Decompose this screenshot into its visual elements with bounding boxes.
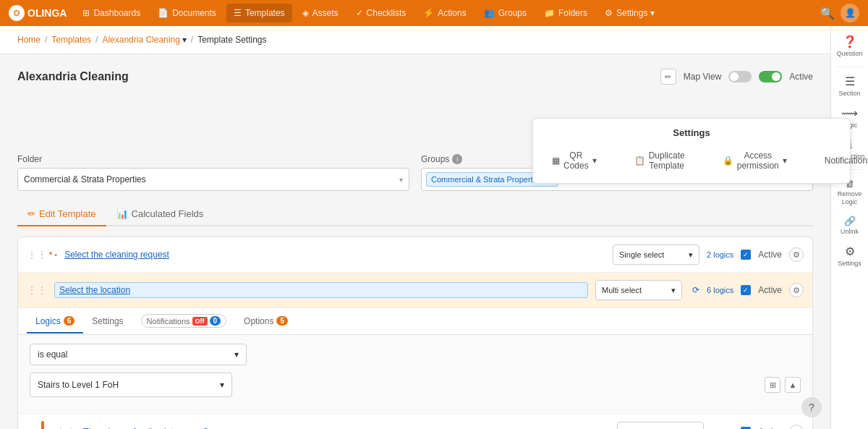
- template-controls: ✏ Map View Active: [660, 69, 813, 85]
- search-icon[interactable]: 🔍: [820, 7, 835, 20]
- expanded-question-header-2: ⋮⋮ Select the location Multi select ▾ ⟳ …: [18, 273, 812, 308]
- groups-info-icon[interactable]: i: [452, 154, 462, 164]
- user-avatar[interactable]: 👤: [841, 4, 859, 22]
- question-text-1[interactable]: Select the cleaning request: [64, 250, 605, 260]
- question-text-2[interactable]: Select the location: [54, 282, 588, 298]
- copy-logic-btn[interactable]: ⊞: [765, 377, 780, 393]
- tab-calculated-fields[interactable]: 📊 Calculated Fields: [106, 203, 214, 226]
- condition-dropdown-arrow: ▾: [234, 349, 239, 360]
- breadcrumb-current: Template Settings: [197, 35, 266, 45]
- logic-condition-dropdown[interactable]: is equal ▾: [30, 344, 247, 365]
- breadcrumb-templates[interactable]: Templates: [51, 35, 91, 45]
- app-logo[interactable]: O OLINGA: [9, 5, 67, 21]
- inner-tab-settings[interactable]: Settings: [83, 310, 132, 334]
- nav-settings[interactable]: ⚙ Settings ▾: [597, 4, 662, 22]
- folder-select[interactable]: Commercial & Strata Properties ▾: [17, 168, 409, 191]
- breadcrumb-home[interactable]: Home: [17, 35, 41, 45]
- nav-templates[interactable]: ☰ Templates: [226, 4, 292, 22]
- template-title: Alexandria Cleaning: [17, 70, 129, 83]
- duplicate-icon: 📋: [634, 156, 645, 166]
- duplicate-template-button[interactable]: 📋 Duplicate Template: [627, 147, 692, 174]
- logic-value-row: Stairs to Level 1 FoH ▾ ⊞ ▲: [30, 373, 801, 397]
- sidebar-btn-section[interactable]: ☰ Section: [834, 72, 866, 102]
- collapse-logic-btn[interactable]: ▲: [785, 377, 801, 393]
- nav-documents[interactable]: 📄 Documents: [150, 4, 224, 22]
- type-dropdown-arrow-2: ▾: [671, 286, 676, 295]
- map-view-toggle[interactable]: [728, 71, 752, 82]
- documents-icon: 📄: [158, 8, 169, 18]
- question-row-2-expanded: ⋮⋮ Select the location Multi select ▾ ⟳ …: [18, 273, 812, 429]
- nav-groups[interactable]: 👥 Groups: [477, 4, 534, 22]
- qr-codes-button[interactable]: ▦ QR Codes ▾: [545, 147, 604, 174]
- nav-assets[interactable]: ◈ Assets: [295, 4, 346, 22]
- section-sidebar-icon: ☰: [845, 76, 855, 88]
- logic-action-icons: ⊞ ▲: [765, 377, 801, 393]
- folder-field-group: Folder Commercial & Strata Properties ▾: [17, 154, 409, 191]
- tab-edit-template[interactable]: ✏ Edit Template: [17, 203, 106, 226]
- breadcrumb-dropdown-arrow: ▾: [182, 35, 187, 45]
- right-sidebar: ❓ Question ☰ Section ⟿ Logic ℹ Instructi…: [830, 26, 868, 429]
- access-permission-button[interactable]: 🔒 Access permission ▾: [715, 147, 794, 174]
- questions-content-area: ⋮⋮ * • Select the cleaning request Singl…: [17, 237, 813, 429]
- sidebar-btn-unlink[interactable]: 🔗 Unlink: [834, 212, 866, 240]
- nav-folders[interactable]: 📁 Folders: [537, 4, 595, 22]
- breadcrumb: Home / Templates / Alexandria Cleaning ▾…: [0, 26, 868, 54]
- inner-tab-options[interactable]: Options 5: [235, 310, 297, 334]
- notifications-button[interactable]: Notifications Off 0: [817, 152, 868, 169]
- sub-question-row-1: ⋮⋮ There is any feedback to report? Yes …: [18, 413, 812, 429]
- type-dropdown-arrow-1: ▾: [689, 250, 693, 260]
- logic-value-dropdown[interactable]: Stairs to Level 1 FoH ▾: [30, 373, 232, 397]
- nav-dashboards[interactable]: ⊞ Dashboards: [75, 4, 148, 22]
- dashboards-icon: ⊞: [82, 8, 90, 18]
- folder-label: Folder: [17, 154, 409, 164]
- drag-handle-1[interactable]: ⋮⋮: [27, 249, 47, 260]
- template-header: Alexandria Cleaning ✏ Map View Active: [17, 69, 813, 85]
- assets-icon: ◈: [302, 8, 309, 18]
- active-checkbox-2[interactable]: ✓: [741, 285, 751, 295]
- left-border-indicator-1: [41, 421, 44, 429]
- drag-handle-2[interactable]: ⋮⋮: [27, 284, 47, 296]
- question-row-1: ⋮⋮ * • Select the cleaning request Singl…: [18, 237, 812, 273]
- breadcrumb-alexandria[interactable]: Alexandria Cleaning ▾: [102, 35, 186, 45]
- nav-actions[interactable]: ⚡ Actions: [416, 4, 473, 22]
- main-container: Alexandria Cleaning ✏ Map View Active Se…: [0, 54, 868, 429]
- templates-icon: ☰: [234, 8, 242, 18]
- sidebar-btn-question[interactable]: ❓ Question: [834, 32, 866, 62]
- active-toggle[interactable]: [759, 71, 782, 82]
- settings-panel: Settings ▦ QR Codes ▾ 📋 Duplicate Templa…: [532, 118, 851, 184]
- bottom-right-help-btn[interactable]: ?: [801, 397, 822, 417]
- unlink-icon: 🔗: [844, 216, 856, 226]
- checklists-icon: ✓: [356, 8, 363, 18]
- template-tabs: ✏ Edit Template 📊 Calculated Fields: [17, 203, 813, 226]
- settings-cog-2[interactable]: ⚙: [789, 283, 804, 297]
- sub-settings-cog-1[interactable]: ⚙: [789, 425, 804, 429]
- refresh-icon-2[interactable]: ⟳: [692, 285, 699, 295]
- edit-template-icon-btn[interactable]: ✏: [660, 69, 676, 85]
- drag-handle-sq1[interactable]: ⋮⋮: [56, 426, 76, 429]
- nav-checklists[interactable]: ✓ Checklists: [349, 4, 414, 22]
- logics-count-badge: 6: [64, 316, 75, 326]
- expanded-inner-tabs: Logics 6 Settings Notifications Off 0 Op…: [18, 308, 812, 335]
- active-label-2: Active: [758, 285, 782, 295]
- logo-icon: O: [9, 5, 25, 21]
- settings-cog-1[interactable]: ⚙: [789, 247, 804, 262]
- question-type-select-1[interactable]: Single select ▾: [613, 245, 699, 265]
- qr-dropdown-arrow: ▾: [592, 156, 597, 166]
- logics-badge-2[interactable]: 6 logics: [707, 286, 733, 294]
- groups-icon: 👥: [484, 8, 495, 18]
- sub-question-type-1[interactable]: Yes / no ▾: [617, 422, 704, 429]
- settings-panel-title: Settings: [545, 127, 838, 138]
- logo-text: OLINGA: [27, 7, 67, 19]
- breadcrumb-alexandria-link: Alexandria Cleaning: [102, 35, 179, 45]
- folder-dropdown-arrow: ▾: [399, 176, 403, 184]
- logics-badge-1[interactable]: 2 logics: [707, 250, 733, 259]
- inner-tab-logics[interactable]: Logics 6: [27, 310, 83, 334]
- options-count-badge: 5: [276, 316, 288, 326]
- active-label-1: Active: [758, 250, 782, 260]
- edit-template-tab-icon: ✏: [27, 208, 35, 219]
- question-type-select-2[interactable]: Multi select ▾: [595, 280, 682, 300]
- active-checkbox-1[interactable]: ✓: [741, 250, 751, 260]
- question-number-1: •: [54, 250, 57, 259]
- inner-tab-notifications[interactable]: Notifications Off 0: [132, 308, 235, 335]
- sidebar-btn-settings[interactable]: ⚙ Settings: [834, 242, 866, 272]
